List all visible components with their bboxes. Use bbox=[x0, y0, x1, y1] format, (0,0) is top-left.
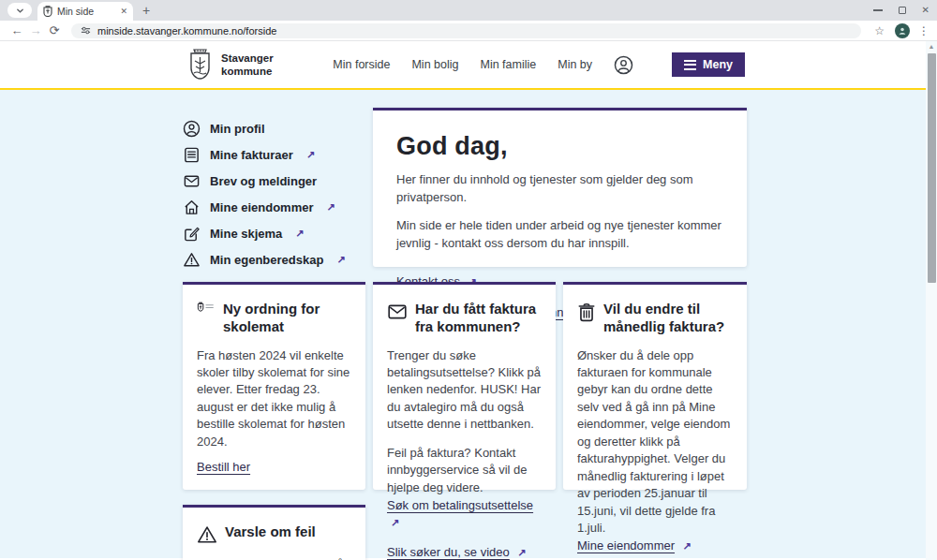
external-link-icon: ↗ bbox=[683, 540, 692, 552]
card-manedlig-faktura: Vil du endre til månedlig faktura? Ønske… bbox=[563, 282, 747, 490]
page-scrollbar[interactable]: ▲ ▼ bbox=[926, 41, 937, 560]
sidebar-item-label: Brev og meldinger bbox=[210, 174, 317, 188]
external-link-icon: ↗ bbox=[336, 254, 345, 266]
favicon-stavanger-icon bbox=[43, 6, 52, 17]
welcome-paragraph: Her finner du innhold og tjenester som g… bbox=[396, 171, 724, 207]
sidebar-item-brev-og-meldinger[interactable]: Brev og meldinger bbox=[183, 172, 365, 190]
window-maximize-button[interactable] bbox=[899, 7, 906, 14]
welcome-title: God dag, bbox=[396, 132, 723, 161]
scrollbar-thumb[interactable] bbox=[928, 53, 936, 283]
card-title: Varsle om feil bbox=[225, 523, 316, 541]
logo-line1: Stavanger bbox=[221, 52, 274, 65]
edit-icon bbox=[183, 225, 201, 243]
url-text: minside.stavanger.kommune.no/forside bbox=[97, 25, 276, 37]
back-button[interactable]: ← bbox=[7, 23, 26, 37]
card-title: Vil du endre til månedlig faktura? bbox=[603, 301, 733, 336]
forward-button[interactable]: → bbox=[26, 23, 45, 37]
scroll-up-icon[interactable]: ▲ bbox=[926, 41, 937, 52]
sidebar-item-label: Mine eiendommer bbox=[210, 200, 314, 214]
house-icon bbox=[183, 199, 201, 216]
browser-menu-icon[interactable]: ⋮ bbox=[918, 24, 930, 37]
betalingsutsettelse-link[interactable]: Søk om betalingsutsettelse bbox=[387, 498, 533, 512]
sidebar-item-min-profil[interactable]: Min profil bbox=[183, 120, 365, 138]
tab-close-icon[interactable]: ✕ bbox=[120, 7, 127, 16]
sidebar-item-label: Min profil bbox=[210, 122, 265, 136]
sidebar-quick-links: Min profil Mine fakturaer ↗ Brev og meld… bbox=[183, 108, 365, 267]
coat-of-arms-icon bbox=[187, 49, 213, 81]
card-skolemat: Ny ordning for skolemat Fra høsten 2024 … bbox=[183, 282, 365, 490]
address-bar[interactable]: minside.stavanger.kommune.no/forside bbox=[71, 23, 861, 38]
reload-button[interactable]: ⟳ bbox=[45, 23, 64, 37]
warning-icon bbox=[183, 251, 201, 269]
external-link-icon: ↗ bbox=[517, 547, 526, 558]
card-varsle-om-feil: Varsle om feil Meld om feil og mangler p… bbox=[183, 505, 365, 560]
se-video-link[interactable]: Slik søker du, se video bbox=[387, 545, 510, 559]
welcome-paragraph: Min side er hele tiden under arbeid og n… bbox=[396, 217, 724, 253]
new-tab-button[interactable]: + bbox=[142, 3, 150, 18]
meny-button[interactable]: Meny bbox=[672, 52, 745, 77]
stavanger-logo-icon bbox=[197, 302, 216, 314]
bestill-her-link[interactable]: Bestill her bbox=[197, 460, 250, 474]
sidebar-item-label: Min egenberedskap bbox=[210, 253, 323, 267]
main-navigation: Min forside Min bolig Min familie Min by… bbox=[333, 52, 926, 77]
card-body: Meld om feil og mangler på veier, vann o… bbox=[197, 556, 351, 560]
browser-tab[interactable]: Min side ✕ bbox=[37, 2, 133, 21]
external-link-icon: ↗ bbox=[391, 517, 399, 528]
window-minimize-button[interactable] bbox=[873, 9, 883, 10]
sidebar-item-label: Mine fakturaer bbox=[210, 148, 293, 162]
card-faktura: Har du fått faktura fra kommunen? Trenge… bbox=[373, 282, 556, 490]
site-info-icon bbox=[81, 25, 91, 36]
sidebar-item-label: Mine skjema bbox=[210, 227, 282, 241]
tab-search-button[interactable] bbox=[7, 3, 32, 18]
card-body: Feil på faktura? Kontakt innbyggerservic… bbox=[387, 445, 542, 496]
browser-tab-strip: Min side ✕ + ✕ bbox=[0, 0, 937, 21]
meny-label: Meny bbox=[703, 58, 733, 71]
browser-toolbar: ← → ⟳ minside.stavanger.kommune.no/forsi… bbox=[0, 21, 937, 41]
site-header: Stavanger kommune Min forside Min bolig … bbox=[0, 41, 926, 90]
nav-min-by[interactable]: Min by bbox=[558, 58, 592, 71]
nav-min-familie[interactable]: Min familie bbox=[480, 58, 536, 71]
welcome-card: God dag, Her finner du innhold og tjenes… bbox=[373, 108, 747, 267]
invoice-icon bbox=[183, 146, 201, 164]
window-close-button[interactable]: ✕ bbox=[922, 6, 930, 15]
card-title: Har du fått faktura fra kommunen? bbox=[415, 301, 542, 336]
mine-eiendommer-link[interactable]: Mine eiendommer bbox=[577, 538, 675, 553]
card-body: Ønsker du å dele opp fakturaen for kommu… bbox=[577, 347, 733, 538]
nav-min-forside[interactable]: Min forside bbox=[333, 58, 390, 71]
logo-line2: kommune bbox=[221, 65, 274, 78]
sidebar-item-mine-skjema[interactable]: Mine skjema ↗ bbox=[183, 225, 365, 243]
bookmark-star-icon[interactable]: ☆ bbox=[874, 24, 885, 37]
external-link-icon: ↗ bbox=[295, 228, 304, 240]
warning-icon bbox=[197, 524, 217, 545]
card-body: Trenger du søke betalingsutsettelse? Kli… bbox=[387, 347, 542, 434]
browser-profile-avatar[interactable] bbox=[895, 23, 910, 38]
sidebar-item-min-egenberedskap[interactable]: Min egenberedskap ↗ bbox=[183, 251, 365, 269]
card-body: Fra høsten 2024 vil enkelte skoler tilby… bbox=[197, 347, 351, 451]
profile-icon[interactable] bbox=[614, 55, 633, 75]
hamburger-icon bbox=[684, 60, 696, 70]
page-content: Min profil Mine fakturaer ↗ Brev og meld… bbox=[0, 90, 926, 558]
external-link-icon: ↗ bbox=[306, 149, 315, 161]
trash-icon bbox=[577, 302, 596, 322]
page-viewport: Stavanger kommune Min forside Min bolig … bbox=[0, 41, 926, 560]
person-icon bbox=[898, 26, 907, 36]
user-icon bbox=[183, 120, 201, 138]
chevron-down-icon bbox=[16, 7, 24, 15]
sidebar-item-mine-eiendommer[interactable]: Mine eiendommer ↗ bbox=[183, 199, 365, 216]
envelope-icon bbox=[387, 302, 408, 322]
external-link-icon: ↗ bbox=[327, 201, 335, 214]
stavanger-kommune-logo[interactable]: Stavanger kommune bbox=[187, 49, 274, 81]
card-title: Ny ordning for skolemat bbox=[223, 301, 351, 336]
tab-title: Min side bbox=[57, 6, 115, 17]
envelope-icon bbox=[183, 172, 201, 190]
nav-min-bolig[interactable]: Min bolig bbox=[411, 58, 458, 71]
sidebar-item-mine-fakturaer[interactable]: Mine fakturaer ↗ bbox=[183, 146, 365, 164]
